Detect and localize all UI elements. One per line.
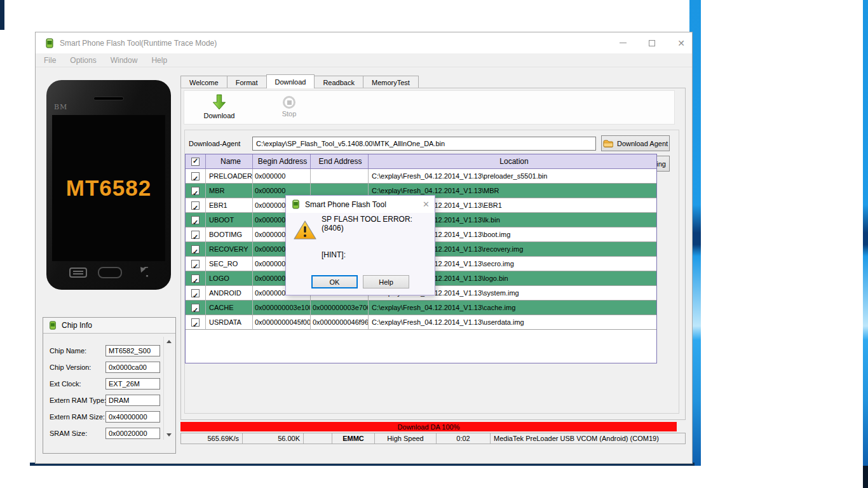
action-toolbar: Download Stop [184,90,675,125]
ram-size-label: Extern RAM Size: [50,413,111,421]
cell-name: BOOTIMG [206,227,253,242]
title-bar: Smart Phone Flash Tool(Runtime Trace Mod… [36,32,692,53]
cell-name: MBR [206,184,253,198]
row-checkbox[interactable] [191,318,200,327]
warning-icon [294,220,316,240]
download-agent-button[interactable]: Download Agent [601,135,670,151]
tab-strip: Welcome Format Download Readback MemoryT… [180,74,418,88]
chip-info-header: Chip Info [43,318,175,334]
select-all-checkbox[interactable] [191,158,200,166]
download-arrow-icon [212,94,226,111]
dialog-error-message: SP FLASH TOOL ERROR: (8406) [322,215,435,233]
cell-end-address: 0x000000003e706093 [311,301,369,315]
row-checkbox[interactable] [191,172,200,180]
cell-begin-address: 0x000000003e100000 [253,301,311,315]
scroll-up-icon[interactable] [165,337,173,346]
window-title: Smart Phone Flash Tool(Runtime Trace Mod… [60,39,217,48]
download-agent-input[interactable]: C:\explay\SP_Flash_Tool_v5.1408.00\MTK_A… [252,137,596,151]
tab-welcome[interactable]: Welcome [180,76,227,88]
chip-info-scrollbar[interactable] [163,337,173,440]
table-row[interactable]: USRDATA 0x0000000045f00000 0x0000000046f… [186,315,656,330]
tab-memorytest[interactable]: MemoryTest [363,76,419,88]
desktop-wallpaper-notch [0,0,4,30]
cell-name: ANDROID [206,286,253,301]
cell-name: USRDATA [206,315,253,330]
cell-name: UBOOT [206,213,253,227]
tab-format[interactable]: Format [227,76,267,88]
cell-name: PRELOADER [206,169,253,184]
menu-options[interactable]: Options [70,56,96,65]
ram-size-value: 0x40000000 [105,411,160,423]
sram-size-value: 0x00020000 [105,428,160,439]
progress-label: Download DA 100% [398,423,460,431]
tab-download[interactable]: Download [266,74,315,88]
chip-name-value: MT6582_S00 [105,345,160,356]
row-checkbox[interactable] [191,245,200,254]
ok-button[interactable]: OK [311,275,358,288]
dialog-hint-text: [HINT]: [322,250,346,259]
row-checkbox[interactable] [191,187,200,195]
chip-info-title: Chip Info [62,321,92,330]
error-dialog: Smart Phone Flash Tool ✕ SP FLASH TOOL E… [285,195,435,295]
cell-location: C:\explay\Fresh_04.12.2014_V1.13\cache.i… [369,301,656,315]
cell-name: RECOVERY [206,242,253,257]
dialog-close-icon[interactable]: ✕ [423,200,430,209]
phone-back-icon [133,267,148,278]
scroll-down-icon[interactable] [165,430,173,440]
menu-file[interactable]: File [44,56,56,65]
close-button[interactable]: ✕ [674,36,688,50]
chip-version-value: 0x0000ca00 [105,362,160,373]
desktop-wallpaper-edge [863,0,868,466]
header-begin-address[interactable]: Begin Address [253,154,311,169]
row-checkbox[interactable] [191,274,200,283]
maximize-button[interactable] [645,36,659,50]
row-checkbox[interactable] [191,304,200,312]
download-agent-label: Download-Agent [189,140,240,147]
download-action-button[interactable]: Download [197,91,241,123]
chip-version-label: Chip Version: [50,363,111,371]
cell-end-address: 0x0000000046f961cb [311,315,369,330]
status-empty [304,433,332,444]
partition-table-header: Name Begin Address End Address Location [186,154,656,169]
row-checkbox[interactable] [191,216,200,224]
stop-action-button[interactable]: Stop [267,91,311,123]
dialog-app-icon [291,200,301,209]
row-checkbox[interactable] [191,231,200,239]
ram-type-value: DRAM [105,395,160,406]
phone-screen: MT6582 [52,115,165,261]
status-storage-type: EMMC [332,433,375,444]
desktop-wallpaper-edge-bottom [863,466,868,488]
menu-bar: File Options Window Help [36,53,692,67]
status-bar: 565.69K/s 56.00K EMMC High Speed 0:02 Me… [180,433,686,444]
status-com-port: MediaTek PreLoader USB VCOM (Android) (C… [491,433,685,444]
cell-end-address [311,169,369,184]
table-row[interactable]: PRELOADER 0x000000 C:\explay\Fresh_04.12… [186,169,656,184]
chip-info-panel: Chip Info Chip Name:MT6582_S00 Chip Vers… [43,317,176,454]
header-location[interactable]: Location [369,154,656,169]
stop-icon [283,96,295,109]
progress-bar: Download DA 100% [180,422,677,431]
help-button[interactable]: Help [363,275,409,288]
cell-location: C:\explay\Fresh_04.12.2014_V1.13\userdat… [369,315,656,330]
chip-info-fields: Chip Name:MT6582_S00 Chip Version:0x0000… [43,334,163,454]
cell-name: CACHE [206,301,253,315]
menu-help[interactable]: Help [151,56,167,65]
header-name[interactable]: Name [206,154,253,169]
status-speed: 565.69K/s [181,433,243,444]
row-checkbox[interactable] [191,260,200,268]
table-row[interactable]: CACHE 0x000000003e100000 0x000000003e706… [186,301,656,315]
tab-readback[interactable]: Readback [314,76,363,88]
header-end-address[interactable]: End Address [311,154,369,169]
menu-window[interactable]: Window [111,56,138,65]
row-checkbox[interactable] [191,201,200,210]
cell-name: LOGO [206,271,253,286]
app-icon [44,38,55,48]
phone-brand-label: BM [54,103,67,111]
cell-name: SEC_RO [206,257,253,271]
row-checkbox[interactable] [191,289,200,297]
cell-begin-address: 0x0000000045f00000 [253,315,311,330]
chip-name-label: Chip Name: [50,347,111,355]
minimize-button[interactable] [616,36,630,50]
dialog-title-bar: Smart Phone Flash Tool ✕ [286,196,435,213]
ext-clock-value: EXT_26M [105,378,160,390]
